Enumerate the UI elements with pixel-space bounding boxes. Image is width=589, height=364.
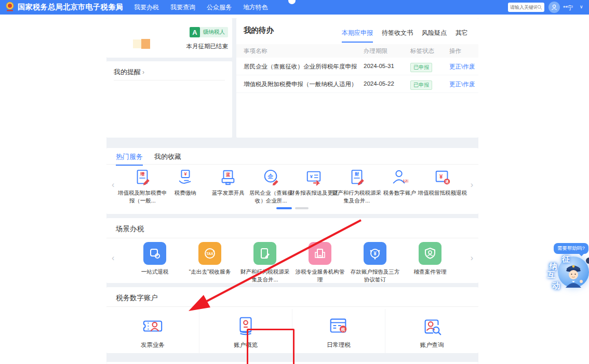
digital-label: 日常理税: [327, 341, 351, 349]
scene-item-property-tax-collect[interactable]: 财产和行为税税源采集及合并...: [237, 242, 292, 283]
tax-bureau-emblem-icon: [5, 2, 15, 12]
svg-text:企: 企: [267, 173, 274, 179]
grade-letter: A: [190, 27, 200, 37]
my-todo-card: 我的待办 本期应申报 待签收文书 风险疑点 其它 事项名称 办理期限 标签状态 …: [236, 18, 478, 138]
person-icon: [551, 4, 558, 11]
top-header: 国家税务总局北京市电子税务局 首页 我要办税 我要查询 公众服务 地方特色 **…: [0, 0, 589, 15]
correct-void-link[interactable]: 更正\作废: [449, 63, 475, 70]
scene-label: 稽查案件管理: [404, 268, 456, 276]
chevron-right-icon[interactable]: ›: [471, 253, 473, 263]
hot-services-card: 热门服务 我的收藏 ‹ › 增 增值税及附加税费申报（一般... ¥: [106, 148, 478, 214]
hot-item-financial-report[interactable]: ¥ 财务报表报送及更正: [292, 169, 336, 204]
chevron-down-icon[interactable]: ∨: [580, 4, 583, 9]
svg-text:¥: ¥: [439, 173, 443, 180]
property-tax-icon: 财: [348, 169, 366, 186]
scene-label: 一站式退税: [129, 268, 181, 276]
assistant-bubble: 需要帮助吗?: [554, 243, 588, 254]
nav-home[interactable]: 首页: [110, 3, 123, 12]
item-deadline: 2024-05-22: [364, 80, 394, 87]
carousel-pagination: [106, 207, 478, 209]
scene-item-audit-case-mgmt[interactable]: 稽查案件管理: [403, 242, 458, 283]
scene-item-tax-agency-mgmt[interactable]: 涉税专业服务机构管理: [292, 242, 347, 283]
mascot-char: 动: [552, 281, 560, 291]
nav-inquiry[interactable]: 我要查询: [170, 3, 195, 12]
table-row: 居民企业（查账征收）企业所得税年度申报 2024-05-31 已申报 更正\作废: [236, 58, 478, 75]
mascot-char: 征: [562, 254, 570, 264]
search-icon[interactable]: [537, 5, 542, 10]
svg-text:123: 123: [403, 179, 408, 183]
scene-label: 涉税专业服务机构管理: [294, 268, 346, 283]
item-deadline: 2024-05-31: [364, 63, 394, 69]
hot-item-vat-declare[interactable]: 增 增值税及附加税费申报（一般...: [121, 169, 164, 204]
scene-services-list: 一站式退税 TAX “走出去”税收服务: [127, 242, 458, 283]
scene-item-one-stop-refund[interactable]: 一站式退税: [127, 242, 182, 283]
redacted-logo-block: [141, 39, 150, 49]
scene-label: “走出去”税收服务: [184, 268, 236, 276]
main-content: A 级纳税人 本月征期已结束 我的提醒› 我的待办 本期应申报 待签收文书 风险…: [106, 18, 478, 364]
svg-text:税: 税: [341, 327, 345, 332]
doc-pencil-icon: [258, 247, 272, 260]
hot-item-blue-invoice[interactable]: 蓝 蓝字发票开具: [207, 169, 250, 204]
taxpayer-profile-card: A 级纳税人 本月征期已结束: [106, 18, 232, 58]
scene-item-going-global[interactable]: TAX “走出去”税收服务: [182, 242, 237, 283]
assistant-widget[interactable]: 需要帮助吗? 征 纳 互 动: [543, 242, 589, 304]
chevron-left-icon[interactable]: ‹: [112, 253, 114, 263]
nav-tax-handling[interactable]: 我要办税: [134, 3, 159, 12]
hot-item-enterprise-income[interactable]: 企 居民企业（查账征收）企业所...: [250, 169, 293, 204]
credit-grade-badge: A 级纳税人: [190, 27, 228, 37]
correct-void-link[interactable]: 更正\作废: [449, 81, 475, 87]
hot-item-property-tax[interactable]: 财 财产和行为税税源采集及合并...: [336, 169, 379, 204]
item-name: 增值税及附加税费申报（一般纳税人适用）: [244, 80, 357, 88]
search-box[interactable]: [508, 3, 544, 12]
scene-item-deposit-account[interactable]: ¥ 存款账户报告及三方协议签订: [347, 242, 403, 283]
building-icon: [313, 247, 327, 260]
nav-public-service[interactable]: 公众服务: [207, 3, 232, 12]
digital-item-daily-tax[interactable]: 税 日常理税: [292, 309, 385, 353]
user-avatar[interactable]: [548, 2, 560, 13]
account-inquiry-icon: [421, 315, 443, 337]
search-input[interactable]: [510, 5, 537, 10]
hot-item-digital-account[interactable]: 123 税务数字账户: [378, 169, 421, 204]
my-reminders-link[interactable]: 我的提醒›: [114, 68, 144, 77]
redacted-logo-block: [133, 39, 141, 48]
digital-account-icon: 123: [391, 169, 408, 186]
yuan-circle-icon: ¥: [368, 247, 382, 260]
chevron-right-icon: ›: [142, 69, 144, 76]
todo-table-header: 事项名称 办理期限 标签状态 操作: [236, 44, 478, 58]
digital-item-invoice-business[interactable]: 发票业务: [106, 309, 199, 353]
nav-local-features[interactable]: 地方特色: [243, 3, 268, 12]
mascot-char: 互: [547, 270, 555, 280]
digital-account-card: 税务数字账户 发票业务: [106, 287, 478, 353]
tax-pay-icon: ¥: [177, 169, 194, 186]
hot-item-vat-refund[interactable]: ¥ 退 增值税留抵税额退税: [421, 169, 464, 204]
digital-item-account-overview[interactable]: 账户概览: [199, 309, 292, 353]
svg-text:¥: ¥: [310, 173, 313, 179]
grade-label: 级纳税人: [200, 27, 228, 37]
digital-label: 发票业务: [141, 341, 165, 349]
chevron-left-icon[interactable]: ‹: [112, 180, 114, 190]
table-row: 增值税及附加税费申报（一般纳税人适用） 2024-05-22 已申报 更正\作废: [236, 75, 478, 93]
page-indicator[interactable]: [295, 207, 309, 209]
divider: [106, 306, 478, 307]
tab-current-declaration[interactable]: 本期应申报: [342, 29, 373, 43]
chevron-right-icon[interactable]: ›: [471, 180, 473, 190]
username[interactable]: **宁: [563, 4, 573, 12]
svg-text:增: 增: [140, 171, 145, 177]
tab-risk-points[interactable]: 风险疑点: [422, 29, 447, 43]
hot-item-tax-pay[interactable]: ¥ 税费缴纳: [164, 169, 207, 204]
svg-text:退: 退: [445, 180, 449, 183]
page-indicator-active[interactable]: [276, 207, 292, 209]
status-badge: 已申报: [410, 63, 432, 72]
divider: [106, 164, 478, 165]
scene-label: 财产和行为税税源采集及合并...: [239, 268, 291, 283]
item-name: 居民企业（查账征收）企业所得税年度申报: [244, 63, 357, 71]
tab-documents-to-sign[interactable]: 待签收文书: [382, 29, 413, 43]
tab-other[interactable]: 其它: [456, 29, 468, 43]
digital-account-title: 税务数字账户: [116, 293, 158, 303]
invoice-business-icon: [142, 315, 164, 337]
hot-services-list: 增 增值税及附加税费申报（一般... ¥ 税费缴纳 蓝: [121, 169, 464, 204]
status-badge: 已申报: [410, 80, 432, 90]
next-card-edge: [106, 362, 478, 364]
digital-item-account-inquiry[interactable]: 账户查询: [385, 309, 478, 353]
scene-tax-card: 场景办税 ‹ › 一站式退税 TAX: [106, 218, 478, 283]
